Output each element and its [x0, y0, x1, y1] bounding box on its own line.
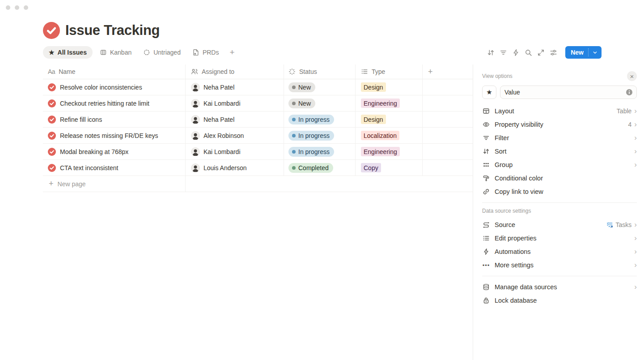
task-check-icon [48, 148, 56, 156]
name-cell[interactable]: Refine fill icons [43, 111, 186, 127]
add-column-button[interactable]: + [423, 64, 473, 79]
tab-label: Untriaged [153, 49, 181, 56]
table-row[interactable]: Refine fill icons Neha Patel In progress… [43, 111, 473, 128]
window-dot[interactable] [15, 5, 19, 10]
automations-icon[interactable] [512, 48, 520, 56]
section-label: Data source settings [482, 207, 637, 215]
panel-item-more-settings[interactable]: ••• More settings › [482, 258, 637, 272]
new-page-button[interactable]: + New page [43, 176, 473, 192]
assignee-cell[interactable]: Kai Lombardi [186, 144, 284, 159]
avatar [191, 163, 200, 172]
status-dot [292, 166, 296, 170]
status-cell[interactable]: New [284, 79, 356, 95]
column-header-assigned-to[interactable]: Assigned to [186, 64, 284, 79]
name-cell[interactable]: Resolve color inconsistencies [43, 79, 186, 95]
status-cell[interactable]: Completed [284, 160, 356, 176]
page-check-icon[interactable] [43, 22, 60, 39]
view-settings-icon[interactable] [549, 48, 557, 56]
status-cell[interactable]: New [284, 95, 356, 111]
window-dot[interactable] [6, 5, 10, 10]
column-header-status[interactable]: Status [284, 64, 356, 79]
assignee-cell[interactable]: Alex Robinson [186, 128, 284, 143]
tab-all-issues[interactable]: ★ All Issues [43, 46, 93, 59]
assignee-name: Neha Patel [203, 116, 234, 123]
column-header-name[interactable]: Aa Name [43, 64, 186, 79]
panel-item-group[interactable]: Group › [482, 158, 637, 171]
list-icon [482, 235, 490, 242]
page-title[interactable]: Issue Tracking [65, 22, 160, 39]
info-icon[interactable] [626, 89, 633, 96]
name-cell[interactable]: Release notes missing FR/DE keys [43, 128, 186, 143]
table-row[interactable]: CTA text inconsistent Louis Anderson Com… [43, 160, 473, 176]
column-header-type[interactable]: Type [356, 64, 423, 79]
type-cell[interactable]: Engineering [356, 144, 423, 159]
type-cell[interactable]: Design [356, 111, 423, 127]
status-cell[interactable]: In progress [284, 111, 356, 127]
panel-item-edit-properties[interactable]: Edit properties › [482, 231, 637, 245]
name-cell[interactable]: Checkout retries hitting rate limit [43, 95, 186, 111]
type-cell[interactable]: Design [356, 79, 423, 95]
sort-icon [482, 148, 490, 155]
panel-item-copy-link[interactable]: Copy link to view [482, 185, 637, 198]
status-cell[interactable]: In progress [284, 144, 356, 159]
assignee-cell[interactable]: Neha Patel [186, 79, 284, 95]
chevron-right-icon: › [634, 147, 637, 155]
panel-item-sort[interactable]: Sort › [482, 145, 637, 158]
item-label: Lock database [495, 297, 637, 304]
link-icon [482, 188, 490, 195]
panel-item-automations[interactable]: Automations › [482, 245, 637, 258]
source-icon [482, 221, 490, 228]
type-cell[interactable]: Copy [356, 160, 423, 176]
column-label: Status [299, 68, 317, 75]
item-label: Filter [495, 134, 630, 141]
panel-item-filter[interactable]: Filter › [482, 131, 637, 145]
name-cell[interactable]: Modal breaking at 768px [43, 144, 186, 159]
panel-item-manage-data-sources[interactable]: Manage data sources › [482, 280, 637, 294]
view-name-value: Value [504, 89, 520, 96]
name-cell[interactable]: CTA text inconsistent [43, 160, 186, 176]
table-row[interactable]: Checkout retries hitting rate limit Kai … [43, 95, 473, 111]
status-cell[interactable]: In progress [284, 128, 356, 143]
column-label: Name [59, 68, 75, 75]
tab-untriaged[interactable]: Untriaged [139, 46, 185, 59]
search-icon[interactable] [524, 48, 532, 56]
new-dropdown-button[interactable] [589, 50, 602, 55]
type-cell[interactable]: Localization [356, 128, 423, 143]
add-view-button[interactable]: + [226, 47, 238, 57]
panel-item-lock-database[interactable]: Lock database [482, 294, 637, 307]
item-label: Conditional color [495, 175, 637, 182]
table-row[interactable]: Release notes missing FR/DE keys Alex Ro… [43, 128, 473, 144]
item-label: Edit properties [495, 235, 630, 242]
assignee-cell[interactable]: Neha Patel [186, 111, 284, 127]
sort-icon[interactable] [487, 48, 495, 56]
filter-icon[interactable] [499, 48, 507, 56]
board-icon [100, 49, 107, 56]
table-row[interactable]: Resolve color inconsistencies Neha Patel… [43, 79, 473, 95]
table-row[interactable]: Modal breaking at 768px Kai Lombardi In … [43, 144, 473, 160]
close-icon[interactable]: × [627, 71, 637, 81]
new-button[interactable]: New [565, 49, 588, 56]
tab-prds[interactable]: PRDs [188, 46, 224, 59]
panel-item-source[interactable]: Source Tasks› [482, 218, 637, 231]
type-cell[interactable]: Engineering [356, 95, 423, 111]
expand-icon[interactable] [537, 48, 545, 56]
assignee-cell[interactable]: Louis Anderson [186, 160, 284, 176]
panel-item-conditional-color[interactable]: Conditional color [482, 171, 637, 185]
status-dot [292, 150, 296, 154]
status-dot [292, 118, 296, 121]
panel-item-layout[interactable]: Layout Table› [482, 104, 637, 118]
status-dot [292, 102, 296, 105]
tab-label: Kanban [110, 49, 131, 56]
window-dot[interactable] [24, 5, 28, 10]
column-label: Assigned to [202, 68, 234, 75]
view-name-input[interactable]: Value [500, 86, 637, 99]
panel-item-property-visibility[interactable]: Property visibility 4› [482, 118, 637, 131]
empty-cell [423, 95, 473, 111]
window-controls[interactable] [6, 5, 28, 10]
assignee-cell[interactable]: Kai Lombardi [186, 95, 284, 111]
type-pill: Design [361, 115, 386, 124]
tab-kanban[interactable]: Kanban [95, 46, 136, 59]
people-icon [191, 68, 198, 75]
favorite-view-button[interactable]: ★ [482, 86, 496, 99]
chevron-right-icon: › [634, 120, 637, 128]
